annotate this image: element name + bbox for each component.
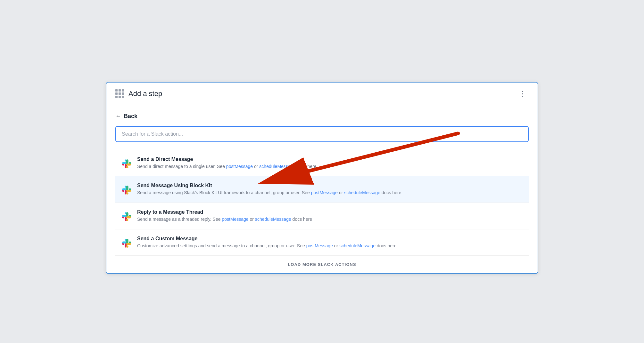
actions-list: Send a Direct Message Send a direct mess… [115, 150, 529, 256]
action-content-block-kit: Send Message Using Block Kit Send a mess… [137, 183, 524, 196]
card-body: ← Back [106, 105, 538, 273]
action-content-custom-message: Send a Custom Message Customize advanced… [137, 236, 524, 249]
schedule-message-link-3[interactable]: scheduleMessage [255, 217, 291, 222]
action-title-custom-message: Send a Custom Message [137, 236, 524, 242]
search-input[interactable] [115, 126, 529, 142]
post-message-link-4[interactable]: postMessage [306, 243, 333, 248]
connector-line [322, 69, 322, 82]
action-item-custom-message[interactable]: Send a Custom Message Customize advanced… [115, 229, 529, 256]
grid-icon [115, 89, 124, 98]
back-arrow-icon: ← [115, 113, 121, 120]
grid-dot [115, 89, 118, 92]
action-desc-direct-message: Send a direct message to a single user. … [137, 164, 524, 170]
add-step-card: Add a step ⋮ ← Back [106, 82, 538, 274]
grid-dot [119, 92, 121, 95]
slack-logo-icon-3 [120, 210, 132, 222]
slack-logo-icon-4 [120, 236, 132, 249]
page-wrapper: Add a step ⋮ ← Back [106, 69, 538, 274]
load-more-button[interactable]: LOAD MORE SLACK ACTIONS [115, 256, 529, 273]
grid-dot [122, 89, 124, 92]
slack-logo-icon [120, 157, 132, 169]
grid-dot [115, 92, 118, 95]
action-content-direct-message: Send a Direct Message Send a direct mess… [137, 156, 524, 170]
header-left: Add a step [115, 89, 162, 98]
more-options-button[interactable]: ⋮ [516, 89, 529, 99]
grid-dot [122, 96, 124, 98]
action-item-direct-message[interactable]: Send a Direct Message Send a direct mess… [115, 150, 529, 177]
back-label: Back [124, 113, 137, 120]
card-header: Add a step ⋮ [106, 83, 538, 105]
schedule-message-link-2[interactable]: scheduleMessage [344, 190, 380, 195]
post-message-link[interactable]: postMessage [226, 164, 253, 169]
action-title-direct-message: Send a Direct Message [137, 156, 524, 162]
action-title-block-kit: Send Message Using Block Kit [137, 183, 524, 188]
action-desc-custom-message: Customize advanced setttings and send a … [137, 243, 524, 249]
card-title: Add a step [128, 90, 162, 98]
post-message-link-2[interactable]: postMessage [311, 190, 338, 195]
action-desc-reply-thread: Send a message as a threaded reply. See … [137, 216, 524, 223]
schedule-message-link-4[interactable]: scheduleMessage [339, 243, 376, 248]
grid-dot [119, 96, 121, 98]
action-title-reply-thread: Reply to a Message Thread [137, 209, 524, 215]
schedule-message-link[interactable]: scheduleMessage [259, 164, 295, 169]
action-content-reply-thread: Reply to a Message Thread Send a message… [137, 209, 524, 223]
action-item-block-kit[interactable]: Send Message Using Block Kit Send a mess… [115, 176, 529, 203]
back-button[interactable]: ← Back [115, 113, 137, 120]
slack-logo-icon-2 [120, 183, 132, 195]
action-desc-block-kit: Send a message using Slack's Block Kit U… [137, 190, 524, 196]
post-message-link-3[interactable]: postMessage [222, 217, 248, 222]
grid-dot [122, 92, 124, 95]
grid-dot [119, 89, 121, 92]
grid-dot [115, 96, 118, 98]
action-item-reply-thread[interactable]: Reply to a Message Thread Send a message… [115, 203, 529, 229]
